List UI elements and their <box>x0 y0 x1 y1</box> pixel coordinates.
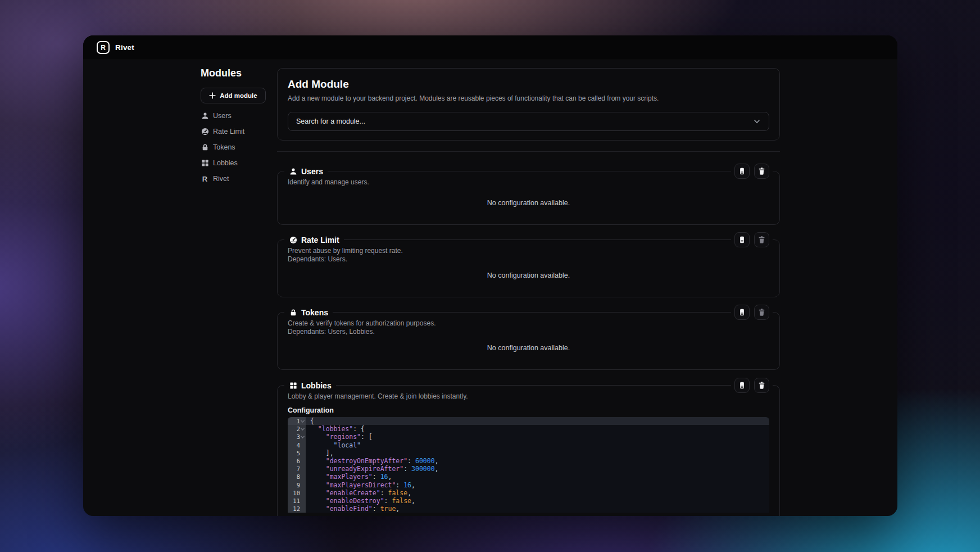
code-line-text: "lobbies": { <box>306 425 769 433</box>
code-line-text: "regions": [ <box>306 433 769 441</box>
code-line: 6 "destroyOnEmptyAfter": 60000, <box>288 457 769 465</box>
database-icon <box>738 381 746 390</box>
delete-module-button[interactable] <box>754 164 769 179</box>
code-line: 5 ], <box>288 449 769 457</box>
app-window: R Rivet Modules Add module Users Rate Li… <box>83 35 897 516</box>
config-editor[interactable]: 1{2 "lobbies": {3 "regions": [4 "local"5… <box>288 417 769 513</box>
module-card-rate-limit: Rate Limit Prevent abuse by limiting req… <box>277 239 780 297</box>
module-search-select[interactable]: Search for a module... <box>288 112 769 131</box>
fold-chevron-icon[interactable] <box>301 426 305 430</box>
code-line-text: { <box>306 417 769 425</box>
module-card-header: Rate Limit <box>284 234 344 246</box>
database-button[interactable] <box>734 378 750 393</box>
line-number-gutter: 8 <box>288 473 306 481</box>
module-title: Tokens <box>301 308 328 317</box>
logo-letter: R <box>101 44 106 52</box>
code-line-text: "destroyOnEmptyAfter": 60000, <box>306 457 769 465</box>
line-number: 5 <box>297 450 300 456</box>
database-button[interactable] <box>734 305 750 320</box>
no-configuration-text: No configuration available. <box>288 344 769 352</box>
trash-icon <box>757 308 766 316</box>
trash-icon <box>757 381 766 390</box>
module-description: Create & verify tokens for authorization… <box>288 319 769 328</box>
line-number: 7 <box>297 465 300 472</box>
line-number: 10 <box>293 490 300 496</box>
module-card-lobbies: Lobbies Lobby & player management. Creat… <box>277 385 780 516</box>
line-number: 1 <box>297 418 300 424</box>
plus-icon <box>209 92 216 99</box>
add-module-button[interactable]: Add module <box>201 88 266 103</box>
gauge-icon <box>201 128 209 136</box>
module-actions <box>731 378 773 393</box>
code-line: 1{ <box>288 417 769 425</box>
code-line: 11 "enableDestroy": false, <box>288 497 769 505</box>
line-number-gutter: 3 <box>288 433 306 441</box>
code-line-text: "enableFind": true, <box>306 505 769 513</box>
page-title: Add Module <box>288 78 769 91</box>
trash-icon <box>757 236 766 244</box>
line-number: 12 <box>293 505 300 512</box>
module-title: Users <box>301 167 323 176</box>
module-title: Rate Limit <box>301 236 339 245</box>
rivet-r-icon: R <box>201 175 209 183</box>
sidebar-item-rate-limit[interactable]: Rate Limit <box>201 124 277 139</box>
module-search-placeholder: Search for a module... <box>296 117 753 125</box>
sidebar-item-lobbies[interactable]: Lobbies <box>201 155 277 171</box>
module-actions <box>731 305 773 320</box>
section-divider <box>277 151 780 152</box>
sidebar-item-label: Lobbies <box>213 159 238 167</box>
line-number-gutter: 2 <box>288 425 306 433</box>
code-line-text: "maxPlayers": 16, <box>306 473 769 481</box>
database-button[interactable] <box>734 232 750 247</box>
module-card-tokens: Tokens Create & verify tokens for author… <box>277 312 780 370</box>
no-configuration-text: No configuration available. <box>288 272 769 280</box>
module-dependants: Dependants: Users. <box>288 255 769 264</box>
no-configuration-text: No configuration available. <box>288 199 769 207</box>
gauge-icon <box>289 236 297 245</box>
sidebar-item-tokens[interactable]: Tokens <box>201 139 277 155</box>
database-icon <box>738 308 746 316</box>
line-number-gutter: 12 <box>288 505 306 513</box>
line-number: 8 <box>297 473 300 480</box>
delete-module-button[interactable] <box>754 378 769 393</box>
line-number-gutter: 1 <box>288 417 306 425</box>
code-line: 8 "maxPlayers": 16, <box>288 473 769 481</box>
line-number: 9 <box>297 482 300 488</box>
sidebar-item-users[interactable]: Users <box>201 108 277 124</box>
grid-icon <box>289 382 297 390</box>
module-actions <box>731 232 773 247</box>
fold-chevron-icon[interactable] <box>301 418 305 422</box>
line-number-gutter: 4 <box>288 441 306 449</box>
code-line: 9 "maxPlayersDirect": 16, <box>288 481 769 489</box>
fold-chevron-icon[interactable] <box>301 435 305 438</box>
module-dependants: Dependants: Users, Lobbies. <box>288 328 769 336</box>
code-line: 7 "unreadyExpireAfter": 300000, <box>288 465 769 473</box>
sidebar-item-label: Rate Limit <box>213 128 244 135</box>
module-card-header: Lobbies <box>284 380 336 391</box>
module-actions <box>731 164 773 179</box>
add-module-description: Add a new module to your backend project… <box>288 94 769 103</box>
module-title: Lobbies <box>301 381 332 390</box>
delete-module-button-disabled <box>754 305 769 320</box>
database-button[interactable] <box>734 164 750 179</box>
module-description: Prevent abuse by limiting request rate. <box>288 247 769 255</box>
line-number-gutter: 5 <box>288 449 306 457</box>
grid-icon <box>201 159 209 168</box>
trash-icon <box>757 167 766 175</box>
chevron-down-icon <box>753 117 761 125</box>
sidebar-item-rivet[interactable]: R Rivet <box>201 171 277 187</box>
code-line: 4 "local" <box>288 441 769 449</box>
add-module-button-label: Add module <box>220 92 257 99</box>
module-card-users: Users Identify and manage users. No conf… <box>277 171 780 225</box>
user-icon <box>289 168 297 176</box>
line-number: 6 <box>297 458 300 464</box>
sidebar-item-label: Tokens <box>213 143 235 151</box>
module-description: Identify and manage users. <box>288 178 769 187</box>
rivet-logo-icon: R <box>97 41 110 54</box>
database-icon <box>738 167 746 175</box>
line-number: 3 <box>297 433 300 440</box>
modules-sidebar: Modules Add module Users Rate Limit Toke… <box>83 60 277 515</box>
topbar: R Rivet <box>83 35 897 60</box>
code-line: 12 "enableFind": true, <box>288 505 769 513</box>
code-line-text: ], <box>306 449 769 457</box>
